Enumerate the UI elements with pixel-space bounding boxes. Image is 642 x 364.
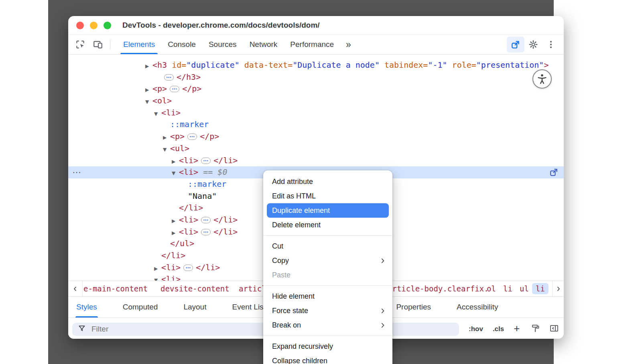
window-title: DevTools - developer.chrome.com/docs/dev…: [122, 21, 320, 30]
dom-tree-row[interactable]: ▼<ol>: [68, 95, 564, 107]
panel-tab-styles[interactable]: Styles: [76, 297, 97, 317]
expand-arrow-right-icon[interactable]: ▶: [154, 263, 161, 275]
menu-item-add-attribute[interactable]: Add attribute: [263, 174, 392, 189]
device-toolbar-icon[interactable]: [89, 36, 107, 53]
menu-item-label: Edit as HTML: [272, 192, 316, 200]
panel-tab-layout[interactable]: Layout: [183, 297, 206, 317]
menu-item-label: Duplicate element: [272, 206, 330, 215]
more-tabs-icon[interactable]: »: [340, 39, 357, 50]
dom-tree-row[interactable]: ⋯</h3>: [68, 71, 564, 83]
dom-tree-row[interactable]: ▶<p>⋯</p>: [68, 83, 564, 95]
menu-item-edit-as-html[interactable]: Edit as HTML: [263, 189, 392, 203]
paint-roller-icon[interactable]: [531, 324, 540, 335]
kebab-menu-icon[interactable]: [542, 36, 560, 53]
menu-item-label: Collapse children: [272, 357, 327, 364]
token-tag: </p>: [182, 84, 201, 93]
picker-active-icon[interactable]: [507, 36, 524, 53]
token-badge: ⋯: [201, 217, 211, 223]
menu-item-force-state[interactable]: Force state: [263, 303, 392, 318]
tab-sources[interactable]: Sources: [202, 35, 243, 54]
breadcrumb-left-arrow-icon[interactable]: [68, 281, 83, 296]
settings-gear-icon[interactable]: [524, 36, 542, 53]
menu-item-label: Paste: [272, 271, 291, 279]
menu-item-label: Force state: [272, 307, 308, 315]
tab-console[interactable]: Console: [161, 35, 202, 54]
context-menu: Add attributeEdit as HTMLDuplicate eleme…: [263, 170, 392, 364]
menu-item-duplicate-element[interactable]: Duplicate element: [267, 203, 389, 218]
dom-tree-row[interactable]: ::marker: [68, 119, 564, 131]
dom-tree-row[interactable]: ▼<li>: [68, 107, 564, 119]
token-tag: <li>: [161, 108, 181, 117]
expand-arrow-right-icon[interactable]: ▶: [145, 84, 152, 96]
expand-arrow-down-icon[interactable]: ▼: [154, 275, 161, 281]
menu-item-break-on[interactable]: Break on: [263, 318, 392, 332]
sidebar-toggle-icon[interactable]: [549, 324, 559, 335]
token-mark: ::marker: [170, 119, 209, 129]
breadcrumb-item-devsite-content-1[interactable]: devsite-content: [160, 281, 230, 296]
token-av: "duplicate": [186, 60, 239, 70]
tab-network[interactable]: Network: [243, 35, 284, 54]
token-tag: </li>: [196, 263, 220, 272]
token-tag: </li>: [179, 203, 203, 212]
dom-tree-row[interactable]: ▶<h3 id="duplicate" data-text="Duplicate…: [68, 59, 564, 71]
panel-tab-computed[interactable]: Computed: [123, 297, 158, 317]
menu-item-copy[interactable]: Copy: [263, 253, 392, 268]
breadcrumb-item-article-body-clearfix-3[interactable]: article-body.clearfix.: [388, 281, 489, 296]
expand-arrow-down-icon[interactable]: ▼: [163, 144, 170, 156]
token-tag: <ol>: [152, 96, 172, 105]
expand-arrow-right-icon[interactable]: ▶: [172, 215, 179, 227]
breadcrumb-item-li-7[interactable]: li: [532, 283, 549, 294]
menu-separator: [264, 336, 392, 336]
token-tag: <h3: [152, 60, 167, 70]
zoom-button[interactable]: [104, 22, 111, 29]
breadcrumb-item-li-5[interactable]: li: [503, 281, 512, 296]
token-badge: ⋯: [170, 86, 179, 92]
menu-item-hide-element[interactable]: Hide element: [263, 289, 392, 303]
tab-performance[interactable]: Performance: [284, 35, 340, 54]
toggle-element-state-button[interactable]: :hov: [469, 325, 483, 333]
breadcrumb-item-e-main-content-0[interactable]: e-main-content: [83, 281, 148, 296]
breadcrumb-right-arrow-icon[interactable]: [552, 281, 564, 296]
minimize-button[interactable]: [90, 22, 98, 29]
submenu-chevron-icon: [379, 322, 386, 329]
menu-item-paste: Paste: [263, 268, 392, 282]
accessibility-icon[interactable]: [532, 69, 552, 89]
expand-arrow-down-icon[interactable]: ▼: [172, 168, 179, 180]
panel-tab-strip: ElementsConsoleSourcesNetworkPerformance: [117, 35, 340, 54]
dom-tree-row[interactable]: ▶<li>⋯</li>: [68, 155, 564, 167]
breadcrumb-item-ol-4[interactable]: ol: [487, 281, 496, 296]
menu-item-expand-recursively[interactable]: Expand recursively: [263, 339, 392, 354]
menu-item-label: Delete element: [272, 221, 321, 229]
token-tag: </li>: [213, 227, 238, 237]
token-tag: <li>: [179, 227, 198, 237]
reveal-node-icon[interactable]: [549, 167, 559, 179]
element-classes-button[interactable]: .cls: [493, 325, 504, 333]
menu-item-delete-element[interactable]: Delete element: [263, 218, 392, 232]
panel-tab-accessibility[interactable]: Accessibility: [457, 297, 498, 317]
submenu-chevron-icon: [379, 307, 386, 314]
dom-tree-row[interactable]: ▼<ul>: [68, 143, 564, 155]
inspect-element-icon[interactable]: [71, 36, 89, 53]
expand-arrow-right-icon[interactable]: ▶: [163, 132, 170, 144]
panel-tab-properties[interactable]: Properties: [396, 297, 431, 317]
menu-item-label: Cut: [272, 242, 283, 251]
token-tag: <li>: [179, 215, 198, 224]
expand-arrow-right-icon[interactable]: ▶: [145, 61, 152, 73]
dom-tree-row[interactable]: ▶<p>⋯</p>: [68, 131, 564, 143]
breadcrumb-item-ul-6[interactable]: ul: [520, 281, 529, 296]
expand-arrow-down-icon[interactable]: ▼: [145, 96, 152, 108]
token-tag: </li>: [213, 215, 238, 224]
devtools-toolbar: ElementsConsoleSourcesNetworkPerformance…: [68, 35, 564, 55]
close-button[interactable]: [76, 22, 84, 29]
expand-arrow-right-icon[interactable]: ▶: [172, 227, 179, 239]
new-style-rule-button[interactable]: +: [514, 322, 520, 335]
expand-arrow-right-icon[interactable]: ▶: [172, 156, 179, 168]
token-tag: <ul>: [170, 144, 189, 153]
menu-item-collapse-children[interactable]: Collapse children: [263, 354, 392, 364]
menu-separator: [264, 235, 392, 236]
menu-item-cut[interactable]: Cut: [263, 239, 392, 253]
row-options-icon[interactable]: ⋯: [72, 166, 81, 178]
tab-elements[interactable]: Elements: [117, 35, 161, 54]
menu-separator: [264, 285, 392, 286]
expand-arrow-down-icon[interactable]: ▼: [154, 108, 161, 120]
